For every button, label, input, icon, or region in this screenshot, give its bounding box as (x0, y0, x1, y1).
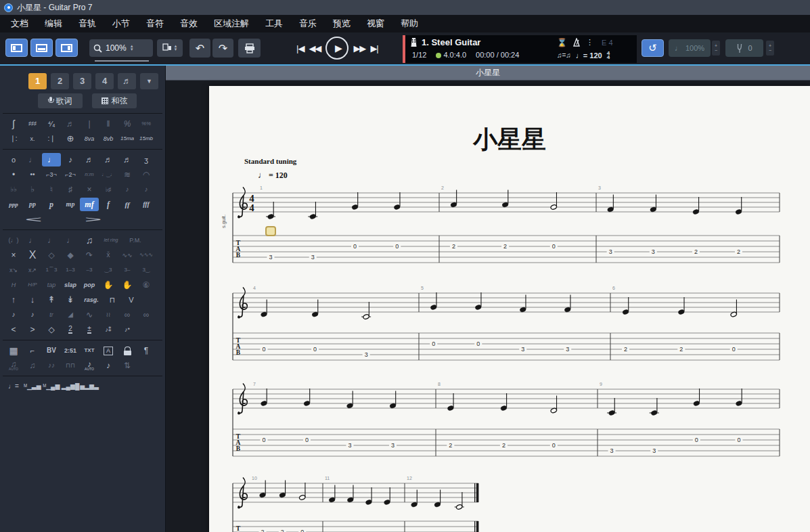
swing-indicator[interactable]: ♫=♫ (557, 51, 571, 59)
palm-mute-tool[interactable]: P.M. (123, 234, 148, 247)
whole-note-tool[interactable]: o (4, 153, 23, 167)
glissando-tool[interactable]: ◢ (61, 308, 80, 322)
print-button[interactable] (238, 39, 261, 58)
voice-visibility-icon[interactable]: ▼ (140, 73, 158, 89)
menu-preview[interactable]: 预览 (325, 15, 359, 32)
vibrato-tool[interactable]: ∿∿ (118, 248, 137, 262)
pick-scrape-tool[interactable]: ± (80, 323, 99, 336)
double-flat-tool[interactable]: ♭♭ (4, 183, 23, 196)
simile-mark-tool[interactable]: % (118, 117, 137, 131)
voice-3-button[interactable]: 3 (73, 73, 91, 89)
menu-tools[interactable]: 工具 (257, 15, 291, 32)
menu-edit[interactable]: 编辑 (37, 15, 70, 32)
menu-note[interactable]: 音符 (138, 15, 172, 32)
playback-speed-control[interactable]: ♩ 100% (669, 39, 711, 57)
quindicesima-bassa-tool[interactable]: 15mb (137, 132, 156, 146)
go-start-button[interactable]: |◀ (296, 43, 304, 53)
volume-automation-tool[interactable]: ▂▄▆█ (61, 380, 80, 393)
barline-tool[interactable]: | (80, 117, 99, 131)
menu-track[interactable]: 音轨 (70, 15, 104, 32)
menu-music[interactable]: 音乐 (291, 15, 325, 32)
stem-auto-tool[interactable]: ♪AUTO (80, 359, 99, 372)
string-number-tool[interactable]: ⑥ (137, 278, 156, 292)
slide-from-below-tool[interactable]: 3– (118, 263, 137, 277)
duplet-tool[interactable]: ⌐2¬ (61, 168, 80, 181)
dynamic-f-tool[interactable]: f (99, 198, 118, 211)
right-hand-tap-icon[interactable]: ✋ (118, 278, 137, 292)
slide-out-down-tool[interactable]: –3 (80, 263, 99, 277)
hammer-pull-tool[interactable]: H/P (23, 278, 42, 292)
tremolo-bar-dip-tool[interactable]: ∞ (118, 308, 137, 322)
wah-tool[interactable]: ∿ (80, 308, 99, 322)
loop-button[interactable]: ↺ (642, 39, 664, 57)
menu-audio-effects[interactable]: 音效 (172, 15, 206, 32)
beam-join-tool[interactable]: ♫ (23, 359, 42, 372)
direction-tool[interactable]: ¶ (137, 344, 156, 357)
voice-2-button[interactable]: 2 (51, 73, 69, 89)
beam-over-bar-tool[interactable]: ⊓⊓ (61, 359, 80, 372)
staccato-note-tool[interactable]: ♩ (42, 234, 61, 247)
zoom-spinner[interactable]: ▲▼ (130, 45, 134, 51)
tuning-spinner[interactable]: +− (766, 41, 774, 56)
go-end-button[interactable]: ▶| (370, 43, 378, 53)
fermata-tool[interactable]: ◠ (137, 168, 156, 181)
let-ring-lines-tool[interactable]: ≋ (118, 168, 137, 181)
left-hand-tap-icon[interactable]: ✋ (99, 278, 118, 292)
slide-in-from-below-tool[interactable]: x↗ (23, 263, 42, 277)
wide-vibrato-tool[interactable]: ∿∿∿ (137, 248, 156, 262)
bend-tool[interactable]: ↷ (80, 248, 99, 262)
half-note-tool[interactable]: ♩ (23, 153, 42, 167)
dynamic-ppp-tool[interactable]: ppp (4, 198, 23, 211)
multivoice-icon[interactable]: ♬ (118, 73, 136, 89)
view-screen-button[interactable] (55, 39, 78, 57)
quindicesima-alta-tool[interactable]: 15ma (118, 132, 137, 146)
free-time-tool[interactable]: ♬ (61, 117, 80, 131)
mix-table-marker-2-tool[interactable]: ᴹ▁▄▆ (42, 380, 61, 393)
zoom-slider[interactable] (95, 60, 149, 62)
grace-note-tool[interactable]: ♪ (4, 308, 23, 322)
grace-on-beat-tool[interactable]: ♪ (137, 183, 156, 196)
tap-tool[interactable]: tap (42, 278, 61, 292)
selection-cursor[interactable] (265, 226, 276, 236)
menu-help[interactable]: 帮助 (392, 15, 426, 32)
brush-voice-tool[interactable]: BV (42, 344, 61, 357)
natural-tool[interactable]: ♮ (42, 183, 61, 196)
artificial-harmonic-tool[interactable]: ◆ (61, 248, 80, 262)
sixteenth-note-tool[interactable]: ♬ (80, 153, 99, 167)
stem-flip-tool[interactable]: ⇅ (118, 359, 137, 372)
legato-slide-tool[interactable]: 1⌒3 (42, 263, 61, 277)
menu-bar[interactable]: 小节 (104, 15, 138, 32)
dynamic-mf-tool[interactable]: mf (80, 198, 99, 211)
track-panel[interactable]: 1. Steel Guitar 1/12 4.0:4.0 00:00 / 00:… (403, 35, 637, 63)
repeat-close-tool[interactable]: :❘ (42, 132, 61, 146)
dynamic-mp-tool[interactable]: mp (61, 198, 80, 211)
dotted-note-tool[interactable]: • (4, 168, 23, 181)
pick-up-icon[interactable]: V (122, 293, 141, 307)
muffled-note-tool[interactable]: × (4, 248, 23, 262)
slide-out-up-tool[interactable]: ‿3 (99, 263, 118, 277)
quarter-note-tool[interactable]: ♩ (42, 153, 61, 167)
tempo-display[interactable]: ♩= 120 (576, 51, 602, 60)
natural-harmonic-tool[interactable]: ◇ (42, 248, 61, 262)
page-layout-spinner[interactable]: ▲▼ (174, 45, 178, 51)
score-page[interactable]: 小星星 Standard tuning ♩= 120 44TAB13300222… (209, 86, 810, 532)
flat-tool[interactable]: ♭ (23, 183, 42, 196)
grace-note-on-beat-tool[interactable]: ♪ (23, 308, 42, 322)
simile-bar-tool[interactable]: x. (23, 132, 42, 146)
mix-table-marker-1-tool[interactable]: ᴹ▁▃▅ (23, 380, 42, 393)
dynamic-pp-tool[interactable]: pp (23, 198, 42, 211)
accent-mark-tool[interactable]: < (4, 323, 23, 336)
rasgueado-tool[interactable]: rasg. (80, 293, 103, 307)
tie-note-tool[interactable]: ♩‿♩ (99, 168, 118, 181)
key-signature-tool[interactable]: ♯♯♯ (23, 117, 42, 131)
document-tab[interactable]: 小星星 (166, 66, 810, 81)
hammer-on-tool[interactable]: H (4, 278, 23, 292)
eighth-note-tool[interactable]: ♪ (61, 153, 80, 167)
double-barline-tool[interactable]: ‖ (99, 117, 118, 131)
ghost-note-tool[interactable]: (♩) (4, 234, 23, 247)
let-ring-tool[interactable]: let ring (99, 234, 123, 247)
slash-notation-tool[interactable]: ⌐ (23, 344, 42, 357)
heavy-accent-note-tool[interactable]: ♩ (61, 234, 80, 247)
tuning-control[interactable]: 0 (725, 39, 763, 57)
grace-before-beat-tool[interactable]: ♪ (118, 183, 137, 196)
